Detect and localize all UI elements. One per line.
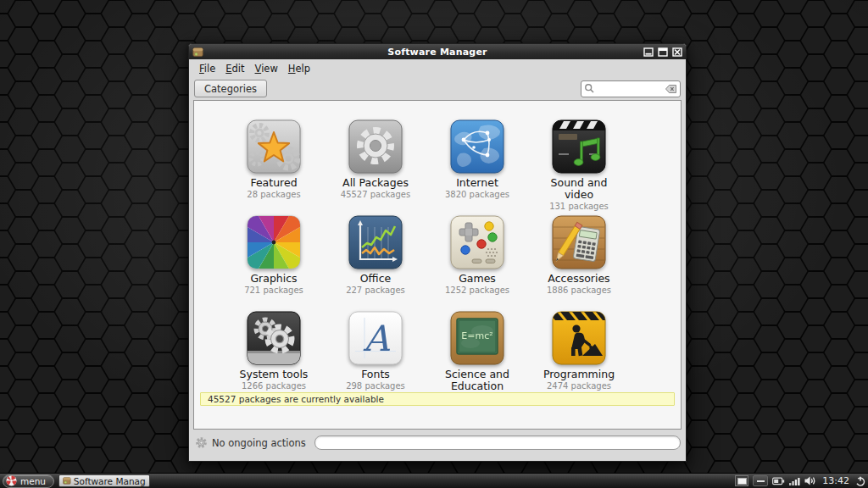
category-item-games[interactable]: Games 1252 packages — [426, 215, 528, 311]
sound-video-icon — [552, 119, 606, 174]
category-item-featured[interactable]: Featured 28 packages — [223, 119, 325, 215]
category-item-accessories[interactable]: Accessories 1886 packages — [528, 215, 630, 311]
category-label: Office — [360, 273, 392, 285]
battery-icon[interactable] — [772, 477, 785, 485]
category-label: Internet — [456, 177, 498, 189]
show-desktop-button[interactable] — [753, 475, 768, 486]
category-count: 2474 packages — [547, 381, 611, 391]
category-count: 28 packages — [247, 190, 300, 199]
category-view: Featured 28 packages All Packages 45527 … — [193, 100, 682, 430]
menu-help[interactable]: Help — [283, 61, 315, 76]
system-tools-icon — [247, 311, 301, 365]
category-label: Featured — [250, 177, 297, 189]
office-icon — [348, 215, 403, 269]
category-item-office[interactable]: Office 227 packages — [325, 215, 426, 311]
menu-file[interactable]: File — [194, 61, 220, 76]
progress-bar — [314, 435, 681, 450]
taskbar-item-software-manager[interactable]: Software Manager — [58, 474, 150, 487]
menubar: File Edit View Help — [189, 59, 686, 77]
category-label: Accessories — [548, 273, 609, 285]
menu-button-label: menu — [20, 476, 46, 486]
categories-button[interactable]: Categories — [194, 80, 267, 97]
taskbar: menu Software Manager — [0, 473, 868, 488]
category-count: 1266 packages — [242, 381, 306, 391]
category-label: Graphics — [250, 273, 297, 285]
category-label: Fonts — [361, 369, 390, 380]
clock[interactable]: 13:42 — [821, 475, 851, 486]
category-label: All Packages — [342, 177, 409, 189]
workspace-switcher[interactable] — [735, 475, 748, 486]
window-titlebar[interactable]: Software Manager — [189, 44, 686, 59]
gear-icon — [195, 436, 208, 449]
accessories-icon — [552, 215, 606, 269]
network-signal-icon[interactable] — [789, 477, 800, 485]
menu-view[interactable]: View — [250, 61, 283, 76]
minimize-button[interactable] — [643, 47, 654, 57]
package-count-infobar: 45527 packages are currently available — [200, 392, 675, 406]
close-button[interactable] — [671, 47, 682, 57]
category-count: 131 packages — [549, 202, 609, 211]
programming-icon — [552, 311, 606, 365]
category-count: 45527 packages — [341, 190, 410, 199]
category-item-all-packages[interactable]: All Packages 45527 packages — [325, 119, 426, 215]
category-count: 1252 packages — [445, 286, 509, 295]
statusbar: No ongoing actions — [189, 430, 686, 461]
featured-icon — [247, 119, 301, 174]
category-grid: Featured 28 packages All Packages 45527 … — [194, 101, 681, 407]
internet-icon — [450, 119, 504, 174]
category-count: 298 packages — [346, 381, 405, 391]
search-input[interactable] — [597, 84, 663, 94]
search-icon — [584, 83, 595, 94]
category-count: 227 packages — [346, 286, 405, 295]
search-box[interactable] — [581, 80, 681, 97]
category-count: 1886 packages — [547, 286, 611, 295]
volume-icon[interactable] — [804, 476, 816, 485]
category-count: 721 packages — [244, 286, 303, 295]
software-manager-window: Software Manager File Edit View Help Cat… — [188, 43, 687, 462]
menu-button[interactable]: menu — [3, 474, 54, 488]
category-label: Games — [459, 273, 496, 285]
category-item-graphics[interactable]: Graphics 721 packages — [223, 215, 325, 311]
graphics-icon — [247, 215, 301, 269]
category-label: Sound and video — [536, 177, 622, 201]
desktop: Software Manager File Edit View Help Cat… — [0, 0, 868, 488]
toolbar: Categories — [189, 77, 686, 100]
taskbar-item-label: Software Manager — [74, 476, 146, 486]
category-label: Science and Education — [434, 369, 520, 392]
category-item-internet[interactable]: Internet 3820 packages — [426, 119, 528, 215]
category-label: System tools — [240, 369, 309, 380]
package-count-text: 45527 packages are currently available — [208, 394, 384, 404]
maximize-button[interactable] — [657, 47, 668, 57]
system-tray: 13:42 — [772, 475, 865, 486]
window-title: Software Manager — [189, 47, 686, 58]
fonts-icon — [348, 311, 403, 365]
category-label: Programming — [543, 369, 615, 380]
mint-logo-icon — [6, 475, 17, 486]
power-icon[interactable] — [855, 476, 865, 486]
category-item-sound-and-video[interactable]: Sound and video 131 packages — [528, 119, 630, 215]
all-packages-icon — [348, 119, 403, 174]
category-count: 3820 packages — [445, 190, 509, 199]
science-education-icon — [450, 311, 504, 365]
workspace-1[interactable] — [737, 478, 747, 485]
menu-edit[interactable]: Edit — [220, 61, 249, 76]
games-icon — [450, 215, 504, 269]
clear-search-icon[interactable] — [665, 84, 677, 94]
ongoing-actions-label: No ongoing actions — [212, 437, 306, 449]
package-icon — [63, 476, 71, 485]
